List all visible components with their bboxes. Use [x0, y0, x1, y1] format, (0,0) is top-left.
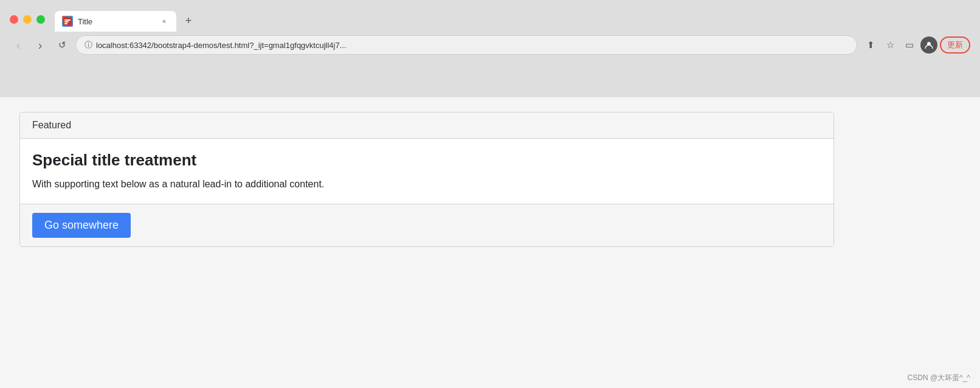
forward-button[interactable]: ›	[32, 36, 49, 54]
card-title: Special title treatment	[32, 151, 821, 170]
card-body: Special title treatment With supporting …	[20, 139, 833, 204]
tab-title: Title	[78, 17, 154, 26]
reload-button[interactable]: ↺	[53, 36, 71, 54]
browser-chrome: Title × + ‹ › ↺ ⓘ localhost:63342/bootst…	[0, 0, 980, 97]
bootstrap-card: Featured Special title treatment With su…	[19, 112, 834, 247]
close-window-button[interactable]	[10, 15, 18, 24]
go-somewhere-button[interactable]: Go somewhere	[32, 213, 131, 238]
maximize-window-button[interactable]	[36, 15, 45, 24]
svg-rect-2	[64, 21, 69, 23]
window-controls	[10, 15, 45, 24]
svg-rect-1	[64, 19, 71, 21]
profile-button[interactable]	[920, 36, 937, 54]
tab-favicon	[62, 16, 73, 27]
active-tab[interactable]: Title ×	[55, 11, 176, 32]
update-button[interactable]: 更新	[940, 36, 970, 54]
tab-close-button[interactable]: ×	[159, 16, 169, 26]
bookmark-button[interactable]: ☆	[882, 36, 899, 54]
minimize-window-button[interactable]	[23, 15, 32, 24]
info-icon: ⓘ	[85, 40, 92, 50]
card-footer: Go somewhere	[20, 204, 833, 246]
card-header: Featured	[20, 113, 833, 139]
card-text: With supporting text below as a natural …	[32, 177, 821, 192]
reading-mode-button[interactable]: ▭	[901, 36, 918, 54]
back-button[interactable]: ‹	[10, 36, 27, 54]
page-content: Featured Special title treatment With su…	[0, 97, 980, 388]
svg-rect-3	[64, 23, 67, 24]
toolbar-actions: ⬆ ☆ ▭ 更新	[862, 36, 970, 54]
address-bar: ‹ › ↺ ⓘ localhost:63342/bootstrap4-demos…	[0, 32, 980, 58]
title-bar: Title × +	[0, 0, 980, 32]
new-tab-button[interactable]: +	[180, 12, 197, 29]
url-text: localhost:63342/bootstrap4-demos/test.ht…	[96, 41, 347, 50]
tab-bar: Title × +	[55, 7, 970, 32]
share-button[interactable]: ⬆	[862, 36, 879, 54]
url-bar[interactable]: ⓘ localhost:63342/bootstrap4-demos/test.…	[75, 35, 857, 55]
watermark: CSDN @大坏蛋^_^	[908, 373, 970, 383]
